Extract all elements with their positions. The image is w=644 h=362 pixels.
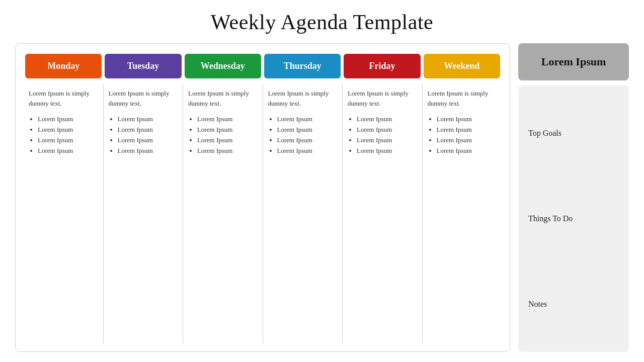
day-col-monday: Lorem Ipsum is simply dummy text.Lorem I… [24, 84, 104, 343]
sidebar: Lorem Ipsum Top GoalsThings To DoNotes [518, 43, 629, 352]
day-col-tuesday: Lorem Ipsum is simply dummy text.Lorem I… [104, 84, 184, 343]
list-item: Lorem Ipsum [38, 126, 98, 134]
sidebar-section: Top GoalsThings To DoNotes [518, 85, 629, 352]
list-item: Lorem Ipsum [357, 126, 417, 134]
page-title: Weekly Agenda Template [211, 10, 433, 34]
list-item: Lorem Ipsum [277, 126, 338, 134]
day-badge-wednesday: Wednesday [185, 54, 261, 78]
day-list-weekend: Lorem IpsumLorem IpsumLorem IpsumLorem I… [428, 115, 497, 155]
main-layout: MondayTuesdayWednesdayThursdayFridayWeek… [15, 43, 629, 352]
sidebar-header: Lorem Ipsum [518, 43, 629, 80]
sidebar-item-notes: Notes [528, 296, 619, 313]
day-desc-friday: Lorem Ipsum is simply dummy text. [348, 88, 417, 108]
day-desc-wednesday: Lorem Ipsum is simply dummy text. [188, 88, 258, 108]
list-item: Lorem Ipsum [38, 115, 98, 123]
list-item: Lorem Ipsum [197, 136, 258, 144]
day-list-wednesday: Lorem IpsumLorem IpsumLorem IpsumLorem I… [188, 115, 258, 155]
list-item: Lorem Ipsum [437, 126, 497, 134]
list-item: Lorem Ipsum [437, 136, 497, 144]
sidebar-item-top-goals: Top Goals [528, 125, 619, 142]
day-badge-tuesday: Tuesday [105, 54, 181, 78]
list-item: Lorem Ipsum [277, 147, 338, 155]
day-list-monday: Lorem IpsumLorem IpsumLorem IpsumLorem I… [29, 115, 98, 155]
list-item: Lorem Ipsum [277, 136, 338, 144]
day-list-thursday: Lorem IpsumLorem IpsumLorem IpsumLorem I… [268, 115, 338, 155]
days-header: MondayTuesdayWednesdayThursdayFridayWeek… [24, 54, 502, 78]
list-item: Lorem Ipsum [437, 147, 497, 155]
day-desc-monday: Lorem Ipsum is simply dummy text. [29, 88, 98, 108]
list-item: Lorem Ipsum [357, 147, 417, 155]
list-item: Lorem Ipsum [197, 126, 258, 134]
sidebar-item-things-to-do: Things To Do [528, 210, 619, 227]
day-desc-weekend: Lorem Ipsum is simply dummy text. [428, 88, 497, 108]
day-badge-friday: Friday [344, 54, 420, 78]
day-col-weekend: Lorem Ipsum is simply dummy text.Lorem I… [423, 84, 502, 343]
list-item: Lorem Ipsum [277, 115, 338, 123]
day-desc-tuesday: Lorem Ipsum is simply dummy text. [109, 88, 178, 108]
day-col-friday: Lorem Ipsum is simply dummy text.Lorem I… [343, 84, 423, 343]
list-item: Lorem Ipsum [118, 126, 178, 134]
list-item: Lorem Ipsum [118, 136, 178, 144]
list-item: Lorem Ipsum [38, 147, 98, 155]
list-item: Lorem Ipsum [437, 115, 497, 123]
list-item: Lorem Ipsum [197, 115, 258, 123]
day-desc-thursday: Lorem Ipsum is simply dummy text. [268, 88, 338, 108]
list-item: Lorem Ipsum [118, 115, 178, 123]
list-item: Lorem Ipsum [197, 147, 258, 155]
days-content: Lorem Ipsum is simply dummy text.Lorem I… [24, 84, 502, 343]
day-col-thursday: Lorem Ipsum is simply dummy text.Lorem I… [263, 84, 343, 343]
list-item: Lorem Ipsum [357, 115, 417, 123]
day-badge-weekend: Weekend [424, 54, 500, 78]
day-col-wednesday: Lorem Ipsum is simply dummy text.Lorem I… [183, 84, 263, 343]
day-badge-monday: Monday [25, 54, 102, 78]
day-list-friday: Lorem IpsumLorem IpsumLorem IpsumLorem I… [348, 115, 417, 155]
list-item: Lorem Ipsum [118, 147, 178, 155]
day-list-tuesday: Lorem IpsumLorem IpsumLorem IpsumLorem I… [109, 115, 178, 155]
agenda-container: MondayTuesdayWednesdayThursdayFridayWeek… [15, 43, 510, 352]
list-item: Lorem Ipsum [357, 136, 417, 144]
day-badge-thursday: Thursday [264, 54, 341, 78]
list-item: Lorem Ipsum [38, 136, 98, 144]
